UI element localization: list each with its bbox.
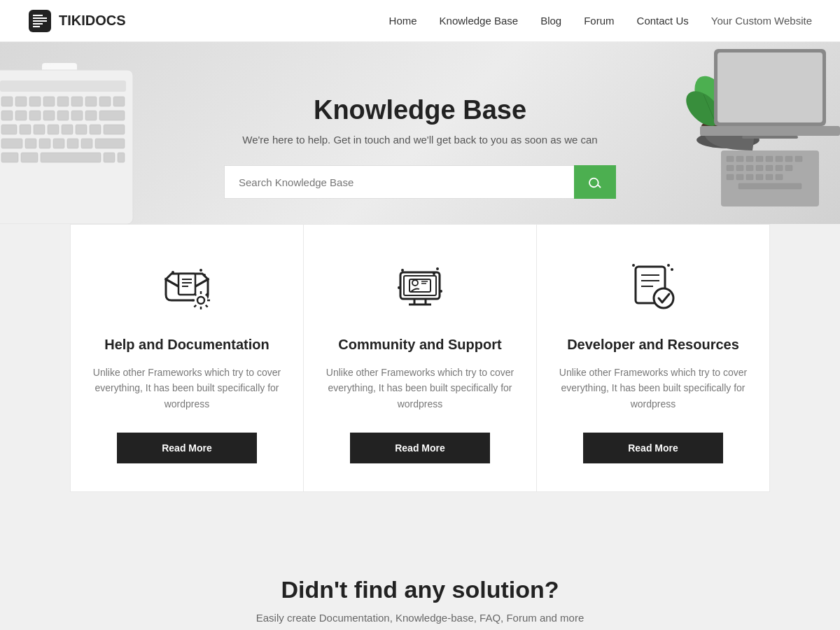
svg-rect-12 — [57, 97, 69, 106]
svg-rect-69 — [736, 165, 743, 171]
developer-icon — [625, 260, 681, 316]
svg-rect-1 — [33, 15, 43, 16]
svg-rect-65 — [776, 156, 783, 162]
svg-point-111 — [440, 290, 442, 293]
svg-rect-77 — [746, 174, 753, 180]
svg-rect-33 — [1, 139, 22, 148]
svg-rect-35 — [39, 139, 50, 148]
svg-rect-22 — [71, 111, 83, 120]
svg-point-98 — [203, 274, 206, 276]
svg-rect-25 — [1, 125, 17, 134]
svg-rect-31 — [90, 125, 101, 134]
svg-rect-38 — [81, 139, 92, 148]
card-3-button[interactable]: Read More — [583, 433, 723, 463]
community-icon — [392, 260, 448, 316]
solution-title: Didn't find any solution? — [70, 576, 770, 603]
svg-point-120 — [671, 268, 673, 271]
card-2-button[interactable]: Read More — [350, 433, 490, 463]
svg-rect-15 — [99, 97, 111, 106]
nav-knowledge-base[interactable]: Knowledge Base — [440, 15, 519, 27]
svg-rect-3 — [33, 20, 47, 22]
svg-rect-11 — [43, 97, 55, 106]
svg-rect-34 — [25, 139, 36, 148]
search-button[interactable] — [574, 165, 616, 199]
svg-rect-32 — [104, 125, 125, 134]
hero-content: Knowledge Base We're here to help. Get i… — [224, 95, 616, 199]
svg-point-109 — [436, 267, 439, 270]
svg-rect-30 — [76, 125, 87, 134]
nav-custom-website[interactable]: Your Custom Website — [711, 15, 812, 27]
nav-home[interactable]: Home — [389, 15, 417, 27]
solution-subtitle: Easily create Documentation, Knowledge-b… — [70, 612, 770, 624]
svg-rect-21 — [57, 111, 69, 120]
svg-rect-68 — [727, 165, 734, 171]
svg-rect-63 — [756, 156, 763, 162]
svg-rect-28 — [48, 125, 59, 134]
svg-line-94 — [194, 305, 196, 307]
svg-rect-20 — [43, 111, 55, 120]
svg-rect-41 — [21, 153, 38, 162]
hero-section: Knowledge Base We're here to help. Get i… — [0, 42, 840, 245]
svg-rect-16 — [113, 97, 125, 106]
card-2-title: Community and Support — [338, 335, 501, 354]
svg-rect-5 — [33, 26, 40, 27]
svg-rect-10 — [29, 97, 41, 106]
card-community: Community and Support Unlike other Frame… — [304, 224, 537, 492]
card-1-desc: Unlike other Frameworks which try to cov… — [92, 365, 282, 412]
svg-rect-80 — [776, 174, 783, 180]
svg-rect-74 — [785, 165, 792, 171]
svg-rect-4 — [33, 23, 43, 24]
hero-subtitle: We're here to help. Get in touch and we'… — [224, 134, 616, 146]
nav-forum[interactable]: Forum — [584, 15, 614, 27]
laptop-decoration — [700, 42, 840, 245]
svg-point-118 — [632, 264, 635, 267]
svg-rect-71 — [756, 165, 763, 171]
svg-rect-61 — [736, 156, 743, 162]
svg-rect-26 — [20, 125, 31, 134]
site-header: TIKIDOCS Home Knowledge Base Blog Forum … — [0, 0, 840, 42]
svg-line-93 — [206, 305, 208, 307]
svg-rect-70 — [746, 165, 753, 171]
svg-rect-18 — [15, 111, 27, 120]
svg-rect-9 — [15, 97, 27, 106]
card-1-button[interactable]: Read More — [117, 433, 257, 463]
svg-rect-23 — [85, 111, 97, 120]
svg-rect-57 — [700, 126, 840, 136]
svg-rect-56 — [718, 52, 822, 122]
svg-rect-64 — [766, 156, 773, 162]
card-developer: Developer and Resources Unlike other Fra… — [537, 224, 770, 492]
svg-rect-75 — [727, 174, 734, 180]
search-icon — [588, 175, 602, 189]
svg-point-112 — [433, 272, 435, 275]
svg-rect-14 — [85, 97, 97, 106]
card-3-title: Developer and Resources — [567, 335, 739, 354]
svg-rect-36 — [53, 139, 64, 148]
svg-point-108 — [401, 269, 404, 272]
card-1-title: Help and Documentation — [104, 335, 270, 354]
svg-point-96 — [172, 271, 174, 274]
main-nav: Home Knowledge Base Blog Forum Contact U… — [389, 15, 812, 27]
nav-contact-us[interactable]: Contact Us — [637, 15, 689, 27]
logo-text: TIKIDOCS — [59, 13, 126, 29]
svg-point-117 — [654, 288, 673, 308]
svg-rect-2 — [33, 18, 47, 19]
search-input[interactable] — [224, 165, 574, 199]
help-docs-icon — [159, 260, 215, 316]
svg-rect-42 — [41, 153, 101, 162]
search-bar — [224, 165, 616, 199]
svg-point-119 — [667, 264, 670, 267]
nav-blog[interactable]: Blog — [540, 15, 561, 27]
cards-section: Help and Documentation Unlike other Fram… — [0, 224, 840, 534]
svg-rect-19 — [29, 111, 41, 120]
svg-rect-76 — [736, 174, 743, 180]
svg-rect-39 — [95, 139, 125, 148]
svg-rect-72 — [766, 165, 773, 171]
svg-rect-29 — [62, 125, 73, 134]
svg-rect-58 — [742, 136, 798, 139]
svg-rect-8 — [1, 97, 13, 106]
svg-rect-27 — [34, 125, 45, 134]
svg-rect-13 — [71, 97, 83, 106]
logo[interactable]: TIKIDOCS — [28, 9, 126, 33]
svg-rect-40 — [1, 153, 18, 162]
svg-rect-43 — [104, 153, 115, 162]
